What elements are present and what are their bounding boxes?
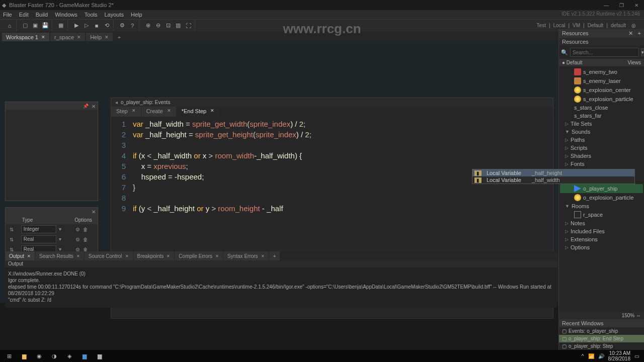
- resources-tab[interactable]: Resources✕ +: [559, 29, 644, 38]
- menu-layouts[interactable]: Layouts: [104, 12, 124, 18]
- windows-taskbar[interactable]: ⊞ ▆ ◉ ◑ ◈ ▆ ▆ ^ 📶 🔊 10:23 AM 8/28/2018 ▭: [0, 350, 644, 362]
- sprite-item[interactable]: s_stars_far: [560, 112, 643, 120]
- close-icon[interactable]: ✕: [210, 108, 214, 115]
- chevron-down-icon[interactable]: ▾: [57, 236, 64, 243]
- autocomplete-popup[interactable]: ▮ Local Variable _half_height ▮ Local Va…: [472, 169, 635, 184]
- wifi-icon[interactable]: 📶: [588, 353, 594, 359]
- zoom-in-icon[interactable]: ⊕: [143, 21, 152, 30]
- sprite-item[interactable]: s_explosion_particle: [560, 95, 643, 104]
- clean-icon[interactable]: ⟲: [102, 21, 111, 30]
- dock-icon[interactable]: ▥: [174, 21, 183, 30]
- target-vm[interactable]: VM: [573, 23, 580, 28]
- chevron-down-icon[interactable]: ▾: [57, 226, 64, 233]
- gms-icon[interactable]: ◈: [62, 350, 76, 361]
- tab-compile-errors[interactable]: Compile Errors✕: [175, 251, 223, 260]
- link-icon[interactable]: ⇅: [8, 236, 15, 243]
- close-icon[interactable]: ✕: [125, 254, 129, 258]
- gear-icon[interactable]: ⚙: [74, 236, 81, 243]
- game-options-icon[interactable]: ⚙: [118, 21, 127, 30]
- obs-icon[interactable]: ◑: [47, 350, 61, 361]
- views-button[interactable]: Views: [628, 60, 641, 65]
- room-rspace[interactable]: r_space: [560, 210, 643, 219]
- close-icon[interactable]: ✕: [105, 35, 109, 40]
- tab-help[interactable]: Help✕: [86, 33, 113, 41]
- target-device[interactable]: default: [611, 23, 626, 28]
- tab-workspace1[interactable]: Workspace 1✕: [2, 33, 49, 41]
- close-icon[interactable]: ✕: [167, 254, 170, 258]
- tab-end-step[interactable]: *End Step✕: [177, 107, 220, 117]
- resource-search-input[interactable]: [570, 48, 639, 57]
- app-icon[interactable]: ▆: [93, 350, 107, 361]
- add-tab-button[interactable]: +: [114, 33, 125, 41]
- object-explosion[interactable]: o_explosion_particle: [560, 193, 643, 202]
- clock-time[interactable]: 10:23 AM: [608, 350, 631, 356]
- object-player-ship[interactable]: o_player_ship: [560, 184, 643, 193]
- tab-step[interactable]: Step✕: [111, 107, 141, 117]
- close-icon[interactable]: ✕: [167, 108, 171, 115]
- close-icon[interactable]: ✕: [77, 35, 81, 40]
- folder-fonts[interactable]: ▷Fonts: [560, 160, 643, 168]
- folder-notes[interactable]: ▷Notes: [560, 219, 643, 227]
- pin-icon[interactable]: 📌: [83, 104, 89, 109]
- folder-tilesets[interactable]: ▷Tile Sets: [560, 120, 643, 128]
- target-test[interactable]: Test: [537, 23, 546, 28]
- folder-scripts[interactable]: ▷Scripts: [560, 144, 643, 152]
- delete-icon[interactable]: 🗑: [82, 226, 89, 233]
- folder-shaders[interactable]: ▷Shaders: [560, 152, 643, 160]
- folder-sounds[interactable]: ▼Sounds: [560, 128, 643, 136]
- menu-help[interactable]: Help: [131, 12, 142, 18]
- close-icon[interactable]: ✕: [132, 108, 136, 115]
- tab-breakpoints[interactable]: Breakpoints✕: [133, 251, 175, 260]
- debug-icon[interactable]: ▶: [72, 21, 81, 30]
- tab-search-results[interactable]: Search Results✕: [35, 251, 84, 260]
- zoom-out-icon[interactable]: ⊖: [153, 21, 163, 30]
- folder-options[interactable]: ▷Options: [560, 243, 643, 251]
- tab-output[interactable]: Output✕: [5, 251, 35, 260]
- target-local[interactable]: Local: [553, 23, 566, 28]
- menu-build[interactable]: Build: [36, 12, 48, 18]
- tab-syntax-errors[interactable]: Syntax Errors✕: [223, 251, 269, 260]
- sprite-item[interactable]: s_explosion_center: [560, 85, 643, 95]
- zoom-reset-icon[interactable]: ⊡: [164, 21, 173, 30]
- recent-item[interactable]: ▢o_player_ship: End Step: [559, 335, 644, 342]
- volume-icon[interactable]: 🔊: [598, 353, 604, 359]
- start-button[interactable]: ⊞: [2, 350, 16, 361]
- default-view[interactable]: Default: [567, 60, 583, 65]
- app-icon[interactable]: ▆: [77, 350, 92, 361]
- recent-item[interactable]: ▢o_player_ship: Step: [559, 342, 644, 350]
- close-icon[interactable]: ✕: [215, 254, 219, 258]
- help-icon[interactable]: ?: [128, 21, 137, 30]
- sprite-item[interactable]: s_stars_close: [560, 104, 643, 112]
- folder-included[interactable]: ▷Included Files: [560, 227, 643, 235]
- type-select[interactable]: Integer: [21, 225, 56, 233]
- folder-extensions[interactable]: ▷Extensions: [560, 235, 643, 243]
- menu-edit[interactable]: Edit: [19, 12, 29, 18]
- sprite-item[interactable]: s_enemy_two: [560, 67, 643, 76]
- maximize-button[interactable]: ❐: [616, 1, 627, 9]
- collapse-icon[interactable]: ◂: [115, 100, 118, 105]
- chrome-icon[interactable]: ◉: [32, 350, 46, 361]
- new-icon[interactable]: ▢: [21, 21, 30, 30]
- tab-source-control[interactable]: Source Control✕: [85, 251, 133, 260]
- close-icon[interactable]: ✕: [41, 35, 45, 40]
- explorer-icon[interactable]: ▆: [17, 350, 31, 361]
- open-icon[interactable]: ▣: [31, 21, 40, 30]
- recent-item[interactable]: ▢Events: o_player_ship: [559, 327, 644, 335]
- close-button[interactable]: ✕: [631, 1, 642, 9]
- tab-create[interactable]: Create✕: [141, 107, 176, 117]
- close-icon[interactable]: ✕: [76, 254, 80, 258]
- gear-icon[interactable]: ⚙: [74, 226, 81, 233]
- run-icon[interactable]: ▷: [82, 21, 91, 30]
- save-icon[interactable]: 💾: [41, 21, 50, 30]
- home-icon[interactable]: ⌂: [5, 21, 14, 30]
- autocomplete-item[interactable]: ▮ Local Variable _half_width: [472, 176, 634, 184]
- expand-icon[interactable]: ⛶: [184, 21, 193, 30]
- tab-rspace[interactable]: r_space✕: [50, 33, 85, 41]
- tray-up-icon[interactable]: ^: [582, 353, 584, 359]
- link-icon[interactable]: ⇅: [8, 226, 15, 233]
- notifications-icon[interactable]: ▭: [634, 353, 639, 359]
- minimize-button[interactable]: —: [601, 1, 612, 9]
- stop-icon[interactable]: ■: [92, 21, 101, 30]
- output-log[interactable]: X://windows/Runner.exe DONE (0) Igor com…: [5, 267, 557, 308]
- folder-paths[interactable]: ▷Paths: [560, 136, 643, 144]
